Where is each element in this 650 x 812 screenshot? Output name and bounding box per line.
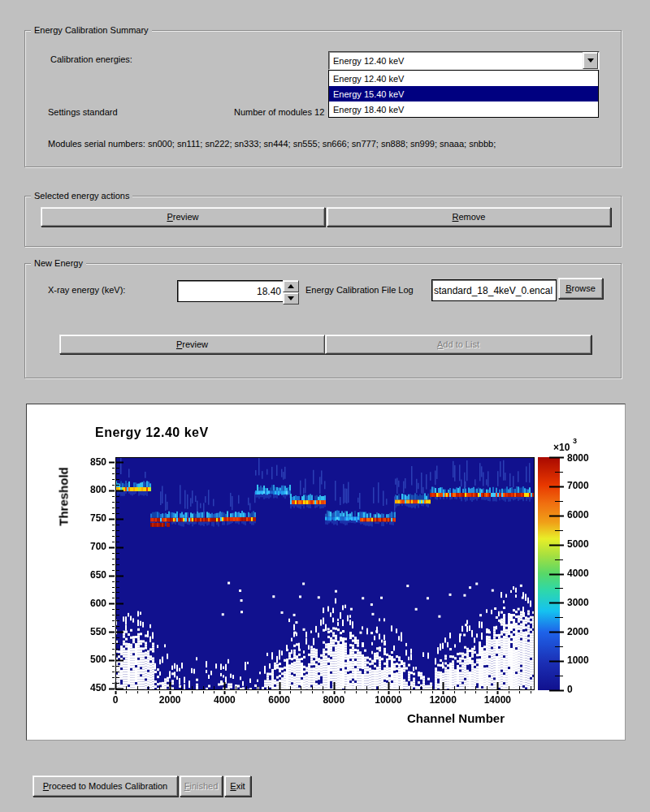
exit-label: Exit <box>230 781 245 791</box>
xray-energy-value: 18.40 <box>257 286 281 297</box>
y-axis-title: Threshold <box>57 448 71 546</box>
add-to-list-button[interactable]: Add to List <box>325 335 592 354</box>
finished-button[interactable]: Finished <box>180 775 223 797</box>
arrow-down-icon <box>288 296 294 300</box>
file-log-label: Energy Calibration File Log <box>306 285 414 295</box>
proceed-label: Proceed to Modules Calibration <box>43 781 167 791</box>
exit-button[interactable]: Exit <box>224 775 251 797</box>
dropdown-option-18-40[interactable]: Energy 18.40 keV <box>329 102 598 117</box>
combobox-value: Energy 12.40 keV <box>329 56 583 66</box>
remove-button[interactable]: Remove <box>327 207 611 227</box>
module-serials-label: Modules serial numbers: sn000; sn111; sn… <box>48 139 496 149</box>
finished-label: Finished <box>184 781 219 791</box>
add-to-list-label: Add to List <box>437 339 479 349</box>
browse-button[interactable]: Browse <box>558 278 603 299</box>
preview-new-label: Preview <box>176 339 208 349</box>
arrow-up-icon <box>288 284 294 288</box>
remove-label: Remove <box>453 212 486 222</box>
calibration-energies-label: Calibration energies: <box>50 54 132 64</box>
plot-panel: Energy 12.40 keV Threshold Channel Numbe… <box>26 404 626 741</box>
preview-new-button[interactable]: Preview <box>59 335 325 354</box>
xray-energy-input[interactable]: 18.40 <box>177 280 287 302</box>
x-axis-title: Channel Number <box>407 711 505 725</box>
xray-energy-label: X-ray energy (keV): <box>48 285 125 295</box>
settings-standard-label: Settings standard <box>48 107 118 117</box>
preview-selected-button[interactable]: Preview <box>41 207 325 227</box>
browse-label: Browse <box>566 283 596 293</box>
spin-up-button[interactable] <box>283 280 299 292</box>
plot-title: Energy 12.40 keV <box>95 425 209 440</box>
energy-heatmap-canvas <box>27 404 625 740</box>
dropdown-option-12-40[interactable]: Energy 12.40 keV <box>329 71 598 86</box>
proceed-to-modules-button[interactable]: Proceed to Modules Calibration <box>32 775 178 797</box>
summary-group-title: Energy Calibration Summary <box>31 25 152 35</box>
preview-selected-label: Preview <box>167 212 198 222</box>
spin-down-button[interactable] <box>283 292 299 304</box>
calibration-energy-combobox[interactable]: Energy 12.40 keV <box>328 51 600 70</box>
new-energy-group-title: New Energy <box>31 258 86 268</box>
combobox-dropdown-button[interactable] <box>583 52 598 69</box>
chevron-down-icon <box>587 58 594 63</box>
calibration-energy-dropdown-list: Energy 12.40 keV Energy 15.40 keV Energy… <box>328 70 599 118</box>
file-log-value: standard_18_4keV_0.encal <box>434 285 552 296</box>
actions-group-title: Selected energy actions <box>31 191 132 201</box>
file-log-input[interactable]: standard_18_4keV_0.encal <box>431 279 557 301</box>
dropdown-option-15-40[interactable]: Energy 15.40 keV <box>329 86 598 102</box>
number-of-modules-label: Number of modules 12 <box>234 107 324 117</box>
